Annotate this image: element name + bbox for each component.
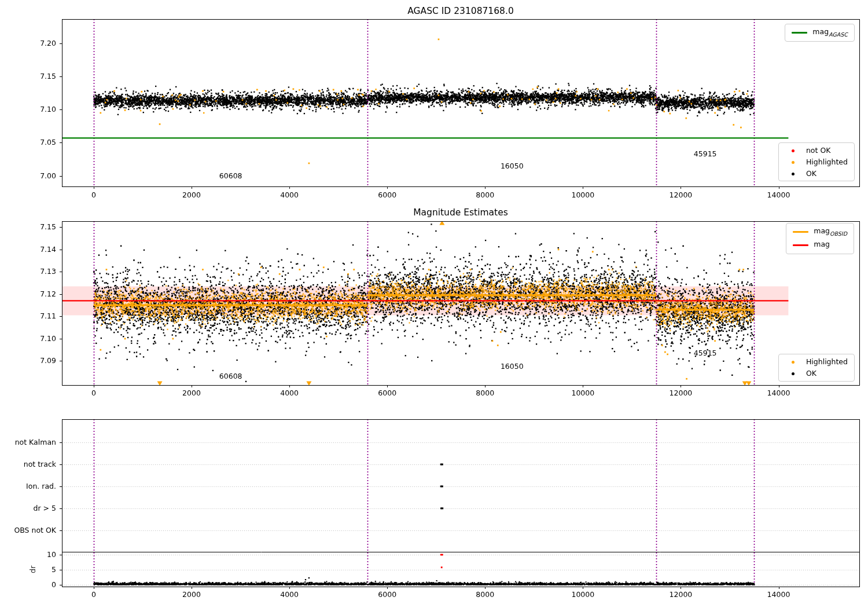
obsid-label: 60608 — [219, 372, 242, 380]
swatch-box — [785, 170, 801, 178]
x-tick-label: 8000 — [476, 591, 494, 599]
figure: AGASC ID 231087168.0 Magnitude Estimates… — [0, 0, 868, 608]
obsid-label: 16050 — [501, 362, 524, 371]
legend-row: not OK — [785, 146, 848, 155]
x-tick-label: 14000 — [767, 591, 790, 599]
legend-mag-agasc: magAGASC — [785, 24, 855, 42]
x-tick-label: 2000 — [182, 591, 201, 599]
red-dot-swatch — [792, 149, 795, 152]
category-label: Ion. rad. — [0, 482, 56, 490]
orange-dot-swatch — [792, 361, 795, 364]
x-tick-label: 0 — [91, 591, 96, 599]
x-tick-label: 2000 — [182, 389, 201, 397]
legend-row: magAGASC — [792, 28, 848, 38]
y-tick-label: 7.15 — [0, 72, 56, 80]
x-tick-label: 12000 — [670, 591, 693, 599]
x-tick-label: 6000 — [378, 591, 396, 599]
obsid-label: 60608 — [219, 172, 242, 180]
legend-point-types-middle: Highlighted OK — [778, 354, 855, 382]
x-tick-label: 10000 — [571, 591, 594, 599]
x-tick-label: 12000 — [670, 389, 693, 397]
legend-label: not OK — [806, 146, 830, 155]
obsid-label: 45915 — [694, 150, 717, 158]
x-tick-label: 6000 — [378, 389, 396, 397]
legend-row: mag — [793, 240, 847, 250]
x-tick-label: 0 — [91, 191, 96, 199]
x-tick-label: 12000 — [670, 191, 693, 199]
category-label: not track — [0, 460, 56, 468]
x-tick-label: 4000 — [280, 191, 299, 199]
x-tick-label: 8000 — [476, 191, 494, 199]
x-tick-label: 6000 — [378, 191, 396, 199]
category-label: OBS not OK — [0, 526, 56, 534]
x-tick-label: 8000 — [476, 389, 494, 397]
swatch-box — [785, 369, 801, 378]
legend-mag-lines: magOBSID mag — [786, 223, 854, 254]
legend-row: Highlighted — [785, 358, 848, 366]
x-tick-label: 14000 — [767, 191, 790, 199]
y-tick-label: 7.10 — [0, 335, 56, 343]
legend-row: Highlighted — [785, 158, 848, 166]
dr-tick-label: 10 — [0, 551, 56, 559]
y-tick-label: 7.13 — [0, 268, 56, 276]
black-dot-swatch — [792, 173, 795, 175]
y-tick-label: 7.20 — [0, 39, 56, 47]
top-plot-title: AGASC ID 231087168.0 — [62, 6, 859, 16]
x-tick-label: 14000 — [767, 389, 790, 397]
y-tick-label: 7.14 — [0, 246, 56, 254]
x-tick-label: 10000 — [571, 389, 594, 397]
middle-plot-title: Magnitude Estimates — [62, 208, 859, 218]
y-tick-label: 7.09 — [0, 357, 56, 365]
x-tick-label: 0 — [91, 389, 96, 397]
legend-row: magOBSID — [793, 227, 847, 237]
y-tick-label: 7.10 — [0, 105, 56, 113]
legend-point-types-top: not OK Highlighted OK — [778, 142, 855, 181]
legend-label: magOBSID — [814, 227, 847, 237]
obsid-label: 16050 — [501, 162, 524, 170]
legend-label: OK — [806, 369, 816, 378]
swatch-box — [785, 158, 801, 166]
obsid-label: 45915 — [694, 349, 717, 357]
x-tick-label: 2000 — [182, 191, 201, 199]
x-tick-label: 4000 — [280, 591, 299, 599]
orange-line-swatch — [793, 231, 808, 233]
legend-label: OK — [806, 170, 816, 178]
y-tick-label: 7.15 — [0, 223, 56, 231]
black-dot-swatch — [792, 372, 795, 375]
legend-row: OK — [785, 170, 848, 178]
red-line-swatch — [793, 244, 808, 246]
category-label: not Kalman — [0, 438, 56, 446]
swatch-box — [785, 358, 801, 366]
y-tick-label: 7.00 — [0, 172, 56, 180]
green-line-swatch — [792, 32, 807, 34]
legend-label: magAGASC — [812, 28, 848, 38]
y-tick-label: 7.12 — [0, 290, 56, 298]
x-tick-label: 10000 — [571, 191, 594, 199]
y-tick-label: 7.11 — [0, 312, 56, 320]
dr-tick-label: 0 — [0, 581, 56, 589]
swatch-box — [785, 146, 801, 155]
dr-tick-label: 5 — [0, 566, 56, 574]
y-tick-label: 7.05 — [0, 138, 56, 146]
x-tick-label: 4000 — [280, 389, 299, 397]
legend-row: OK — [785, 369, 848, 378]
plot-canvas — [0, 0, 868, 608]
legend-label: mag — [814, 240, 830, 250]
category-label: dr > 5 — [0, 504, 56, 512]
legend-label: Highlighted — [806, 358, 848, 366]
orange-dot-swatch — [792, 161, 795, 164]
legend-label: Highlighted — [806, 158, 848, 166]
